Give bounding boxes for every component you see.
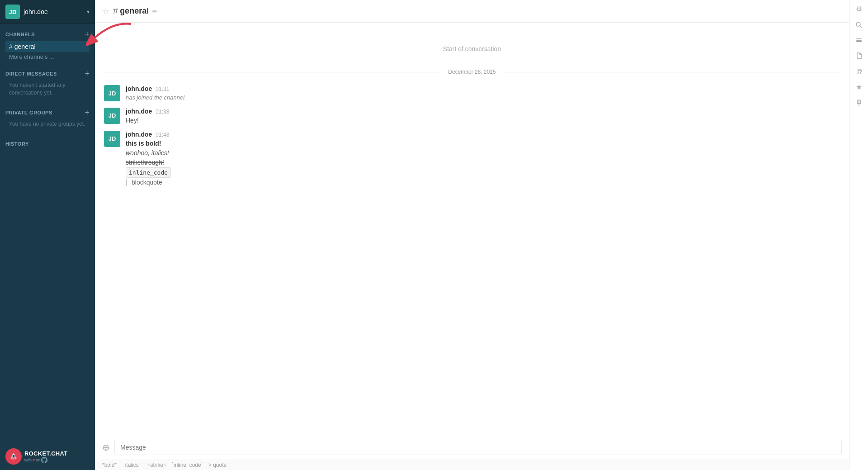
message-text-bold: this is bold! (126, 139, 840, 148)
user-header[interactable]: JD john.doe ▾ (0, 0, 95, 24)
main-content: ☆ # general ✏ Start of conversation Dece… (95, 0, 849, 470)
right-sidebar: ⚙ @ ★ (849, 0, 868, 470)
add-direct-message-button[interactable]: + (85, 70, 90, 78)
message-content: john.doe 01:31 has joined the channel. (126, 85, 840, 102)
start-of-conversation: Start of conversation (95, 36, 849, 62)
message-time: 01:31 (156, 86, 169, 92)
svg-point-2 (13, 455, 15, 457)
add-channel-button[interactable]: + (85, 30, 90, 38)
svg-line-4 (860, 26, 862, 28)
rocket-text: ROCKET.CHAT with ♥ on (24, 450, 68, 463)
divider-line (104, 72, 443, 72)
message-header: john.doe 01:48 (126, 131, 840, 138)
rocket-icon (5, 448, 22, 465)
more-channels-link[interactable]: More channels ... (5, 52, 90, 62)
github-icon (41, 457, 47, 463)
message-header: john.doe 01:31 (126, 85, 840, 92)
channels-section: CHANNELS + # general More channels ... (0, 24, 95, 63)
avatar: JD (5, 5, 20, 19)
direct-messages-section: DIRECT MESSAGES + You haven't started an… (0, 63, 95, 102)
sidebar: JD john.doe ▾ CHANNELS + # general More … (0, 0, 95, 470)
svg-rect-5 (856, 38, 862, 39)
add-private-group-button[interactable]: + (85, 109, 90, 117)
message-input-area: ⊕ (95, 435, 849, 460)
quote-hint: > quote (208, 462, 226, 468)
message-text: has joined the channel. (126, 93, 840, 102)
strike-hint: ~strike~ (147, 462, 166, 468)
message-input[interactable] (114, 440, 842, 455)
search-icon[interactable] (855, 21, 863, 28)
history-title[interactable]: HISTORY (5, 141, 29, 147)
avatar: JD (104, 108, 120, 124)
table-row: JD john.doe 01:48 this is bold! woohoo, … (95, 128, 849, 189)
rocket-logo: ROCKET.CHAT with ♥ on (5, 448, 68, 465)
rocket-brand-name: ROCKET.CHAT (24, 450, 68, 457)
svg-rect-7 (856, 41, 862, 42)
direct-messages-empty: You haven't started any conversations ye… (5, 81, 90, 100)
direct-messages-title: DIRECT MESSAGES (5, 71, 57, 76)
avatar: JD (104, 131, 120, 147)
message-header: john.doe 01:38 (126, 108, 840, 115)
heart-icon: ♥ (33, 458, 35, 462)
message-content: john.doe 01:38 Hey! (126, 108, 840, 125)
files-icon[interactable] (855, 52, 863, 59)
italic-hint: _italics_ (122, 462, 142, 468)
chevron-down-icon: ▾ (87, 9, 90, 15)
starred-icon[interactable]: ★ (856, 83, 862, 91)
edit-channel-icon[interactable]: ✏ (152, 8, 158, 15)
channels-header: CHANNELS + (5, 30, 90, 38)
private-groups-title: PRIVATE GROUPS (5, 110, 52, 115)
channel-name-heading: general (120, 6, 149, 16)
messages-area: Start of conversation December 28, 2015 … (95, 23, 849, 435)
rocket-tagline: with ♥ on (24, 457, 68, 463)
private-groups-header: PRIVATE GROUPS + (5, 109, 90, 117)
private-groups-section: PRIVATE GROUPS + You have no private gro… (0, 102, 95, 133)
channel-hash-icon: # (113, 6, 118, 16)
mentions-icon[interactable]: @ (855, 67, 863, 75)
message-text: Hey! (126, 116, 840, 125)
channels-title: CHANNELS (5, 32, 35, 37)
table-row: JD john.doe 01:38 Hey! (95, 105, 849, 128)
direct-messages-header: DIRECT MESSAGES + (5, 70, 90, 78)
svg-point-3 (856, 22, 860, 26)
message-username: john.doe (126, 131, 152, 138)
sidebar-branding: ROCKET.CHAT with ♥ on (0, 443, 95, 470)
administration-icon[interactable] (855, 37, 863, 44)
channel-item-general[interactable]: # general (5, 41, 90, 52)
pinned-icon[interactable] (856, 100, 862, 107)
svg-rect-6 (856, 40, 862, 41)
message-text-strike: strikethrough! (126, 158, 840, 167)
chat-header: ☆ # general ✏ (95, 0, 849, 23)
bold-hint: *bold* (102, 462, 117, 468)
divider-line (501, 72, 840, 72)
channel-name: general (14, 43, 36, 50)
date-divider: December 28, 2015 (104, 69, 840, 75)
svg-text:@: @ (856, 68, 862, 75)
message-username: john.doe (126, 108, 152, 115)
username-label: john.doe (24, 8, 87, 15)
format-hints-bar: *bold* _italics_ ~strike~ `inline_code` … (95, 460, 849, 470)
message-content: john.doe 01:48 this is bold! woohoo, ita… (126, 131, 840, 186)
message-text-italic: woohoo, italics! (126, 148, 840, 158)
history-section: HISTORY (0, 133, 95, 149)
settings-icon[interactable]: ⚙ (856, 5, 862, 13)
message-time: 01:38 (156, 109, 169, 115)
message-text-code: inline_code (126, 167, 840, 178)
message-time: 01:48 (156, 132, 169, 138)
message-blockquote: blockquote (126, 179, 840, 186)
private-groups-empty: You have no private groups yet. (5, 119, 90, 132)
message-username: john.doe (126, 85, 152, 92)
channel-hash-icon: # (9, 43, 13, 50)
star-icon[interactable]: ☆ (102, 6, 109, 16)
upload-button[interactable]: ⊕ (102, 442, 110, 453)
table-row: JD john.doe 01:31 has joined the channel… (95, 82, 849, 105)
avatar: JD (104, 85, 120, 101)
date-divider-text: December 28, 2015 (443, 69, 501, 75)
code-hint: `inline_code` (172, 462, 203, 468)
